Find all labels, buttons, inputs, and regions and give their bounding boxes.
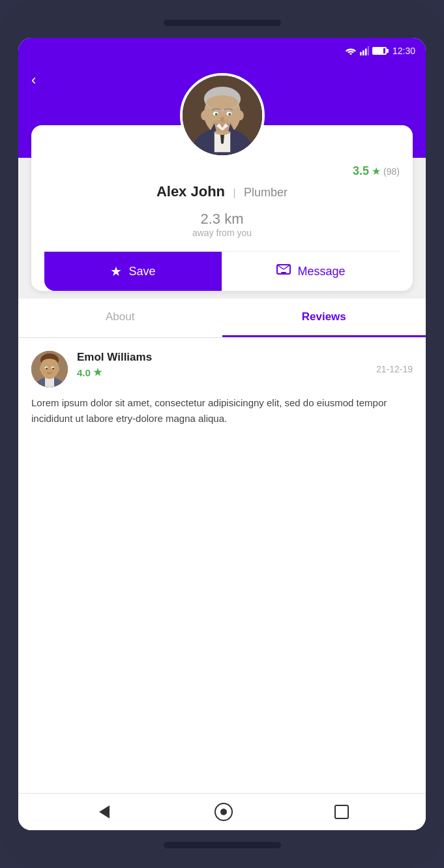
rating-value: 3.5 bbox=[353, 164, 369, 178]
distance-label: away from you bbox=[44, 228, 400, 238]
status-icons: 12:30 bbox=[345, 46, 415, 56]
top-notch bbox=[164, 20, 281, 26]
message-icon bbox=[276, 264, 291, 279]
review-text: Lorem ipsum dolor sit amet, consectetur … bbox=[31, 395, 413, 427]
reviewer-avatar-image bbox=[31, 351, 68, 387]
svg-point-36 bbox=[46, 368, 48, 370]
reviewer-name: Emol Williams bbox=[77, 351, 376, 364]
message-button[interactable]: Message bbox=[222, 252, 400, 291]
signal-icon bbox=[360, 46, 369, 55]
svg-point-37 bbox=[52, 368, 54, 370]
reviewer-info: Emol Williams 4.0 ★ bbox=[77, 351, 376, 378]
reviewer-rating-value: 4.0 bbox=[77, 367, 91, 378]
action-buttons: ★ Save Message bbox=[44, 251, 400, 291]
bottom-notch bbox=[164, 842, 281, 848]
save-label: Save bbox=[128, 265, 155, 278]
reviewer-star-icon: ★ bbox=[93, 367, 102, 378]
tabs: About Reviews bbox=[18, 299, 426, 338]
svg-rect-2 bbox=[365, 49, 367, 56]
rating-star-icon: ★ bbox=[372, 165, 381, 177]
phone-screen: 12:30 ‹ bbox=[18, 38, 426, 830]
reviews-section: Emol Williams 4.0 ★ 21-12-19 Lorem ipsum… bbox=[18, 338, 426, 793]
profile-separator: | bbox=[233, 187, 235, 198]
distance-value: 2.3 km bbox=[44, 211, 400, 228]
svg-rect-3 bbox=[368, 46, 369, 55]
svg-point-12 bbox=[236, 110, 243, 120]
save-star-icon: ★ bbox=[110, 263, 122, 279]
save-button[interactable]: ★ Save bbox=[44, 252, 222, 291]
svg-line-22 bbox=[277, 265, 284, 269]
svg-marker-38 bbox=[99, 805, 110, 818]
nav-home-button[interactable] bbox=[215, 803, 233, 821]
back-button[interactable]: ‹ bbox=[31, 73, 36, 87]
svg-rect-1 bbox=[363, 50, 364, 55]
status-bar: 12:30 bbox=[18, 38, 426, 64]
svg-point-33 bbox=[55, 367, 59, 372]
profile-name-row: Alex John | Plumber bbox=[44, 183, 400, 200]
review-date: 21-12-19 bbox=[376, 364, 413, 374]
svg-point-10 bbox=[206, 95, 238, 110]
battery-icon bbox=[372, 47, 387, 55]
rating-count: (98) bbox=[383, 166, 400, 177]
profile-name: Alex John bbox=[156, 183, 225, 200]
distance-row: 2.3 km away from you bbox=[44, 211, 400, 251]
nav-back-button[interactable] bbox=[95, 803, 113, 821]
status-time: 12:30 bbox=[392, 46, 415, 56]
wifi-icon bbox=[345, 46, 357, 55]
svg-point-11 bbox=[201, 110, 208, 120]
nav-recent-button[interactable] bbox=[334, 805, 349, 819]
profile-avatar bbox=[180, 73, 265, 158]
svg-point-16 bbox=[228, 113, 231, 115]
profile-role: Plumber bbox=[244, 186, 288, 199]
svg-point-31 bbox=[42, 359, 57, 368]
review-item: Emol Williams 4.0 ★ 21-12-19 Lorem ipsum… bbox=[31, 351, 413, 427]
reviewer-rating: 4.0 ★ bbox=[77, 367, 376, 378]
profile-avatar-image bbox=[183, 76, 262, 155]
bottom-nav bbox=[18, 793, 426, 830]
rating-row: 3.5 ★ (98) bbox=[44, 164, 400, 178]
svg-rect-0 bbox=[360, 52, 362, 55]
review-header: Emol Williams 4.0 ★ 21-12-19 bbox=[31, 351, 413, 387]
svg-point-15 bbox=[215, 113, 217, 115]
svg-line-23 bbox=[284, 265, 290, 269]
tab-reviews[interactable]: Reviews bbox=[222, 299, 426, 337]
reviewer-avatar bbox=[31, 351, 68, 387]
message-label: Message bbox=[297, 265, 345, 278]
svg-point-32 bbox=[40, 367, 44, 372]
tab-about[interactable]: About bbox=[18, 299, 222, 337]
phone-frame: 12:30 ‹ bbox=[0, 0, 444, 868]
